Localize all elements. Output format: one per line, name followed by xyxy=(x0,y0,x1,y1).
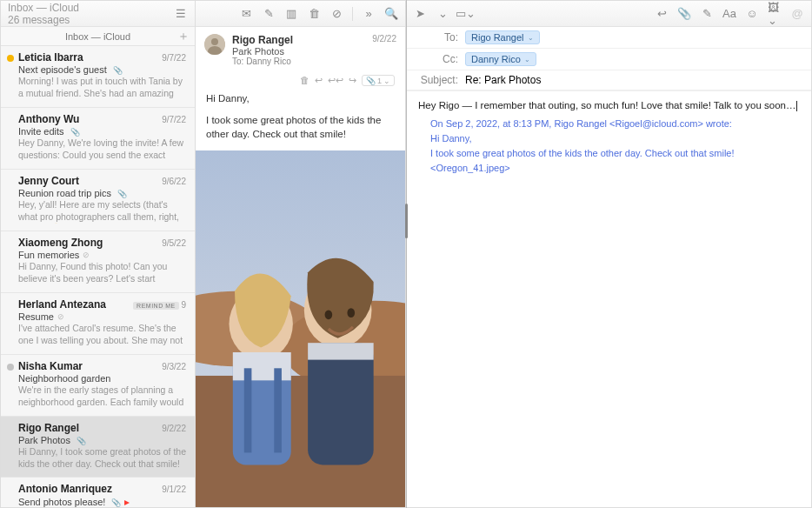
list-tab-label[interactable]: Inbox — iCloud xyxy=(65,31,130,42)
to-label: To: xyxy=(416,31,458,43)
font-icon[interactable]: Aa xyxy=(722,7,736,21)
archive-icon[interactable]: ▥ xyxy=(284,7,298,21)
viewer-greeting: Hi Danny, xyxy=(206,91,395,106)
paperclip-icon xyxy=(74,435,86,445)
to-field[interactable]: To: Rigo Rangel⌄ xyxy=(406,27,811,49)
filter-icon[interactable]: ☰ xyxy=(174,7,188,21)
more-icon[interactable]: » xyxy=(362,7,376,21)
new-message-icon[interactable]: ✎ xyxy=(262,7,276,21)
message-preview: I've attached Carol's resume. She's the … xyxy=(18,323,186,347)
compose-body[interactable]: Hey Rigo — I remember that outing, so mu… xyxy=(406,91,811,186)
format-icon[interactable]: ✎ xyxy=(700,7,714,21)
send-later-chevron-icon[interactable]: ⌄ xyxy=(436,7,449,21)
compose-header-fields: To: Rigo Rangel⌄ Cc: Danny Rico⌄ Subject… xyxy=(406,27,811,91)
star-indicator xyxy=(7,55,14,62)
remind-badge: REMIND ME xyxy=(133,302,179,310)
cc-token[interactable]: Danny Rico⌄ xyxy=(465,52,536,66)
message-preview: Morning! I was put in touch with Tania b… xyxy=(18,76,186,100)
message-subject: Invite edits xyxy=(18,126,186,137)
subject-field[interactable]: Subject: xyxy=(406,70,811,90)
thread-indicator xyxy=(7,364,14,371)
viewer-mini-actions: 🗑 ↩︎ ↩︎↩︎ ↪︎ 📎1⌄ xyxy=(196,73,405,88)
cc-field[interactable]: Cc: Danny Rico⌄ xyxy=(406,49,811,70)
paperclip-icon: 📎 xyxy=(366,77,376,85)
search-icon[interactable]: 🔍 xyxy=(384,7,398,21)
text-cursor xyxy=(796,101,797,111)
mini-forward-icon[interactable]: ↪︎ xyxy=(349,75,356,86)
svg-point-1 xyxy=(211,38,218,45)
message-from: Xiaomeng Zhong xyxy=(18,237,103,249)
message-subject: Park Photos xyxy=(18,435,186,445)
trash-icon[interactable]: 🗑 xyxy=(307,7,321,21)
viewer-from: Rigo Rangel xyxy=(232,34,365,46)
add-tab-button[interactable]: ＋ xyxy=(177,29,190,44)
compose-pane: ➤ ⌄ ▭⌄ ↩︎ 📎 ✎ Aa ☺ 🖼⌄ @ To: Rigo Rangel⌄… xyxy=(406,1,811,507)
mailbox-count: 26 messages xyxy=(8,14,79,26)
viewer-to: To: Danny Rico xyxy=(232,57,365,66)
mini-reply-all-icon[interactable]: ↩︎↩︎ xyxy=(328,75,343,86)
attach-icon[interactable]: 📎 xyxy=(677,7,691,21)
header-fields-icon[interactable]: ▭⌄ xyxy=(458,7,472,21)
message-row[interactable]: Jenny Court 9/6/22Reunion road trip pics… xyxy=(1,170,195,231)
photo-browser-icon[interactable]: 🖼⌄ xyxy=(768,7,782,21)
svg-rect-10 xyxy=(244,368,252,452)
message-preview: Hey Danny, We're loving the invite! A fe… xyxy=(18,137,186,162)
list-toolbar: Inbox — iCloud 26 messages ☰ xyxy=(1,1,195,27)
message-date: REMIND ME 9 xyxy=(133,300,186,310)
message-date: 9/1/22 xyxy=(162,485,186,494)
message-subject: Reunion road trip pics xyxy=(18,188,186,198)
message-subject: Send photos please! xyxy=(18,496,186,507)
message-row[interactable]: Leticia Ibarra 9/7/22Next episode's gues… xyxy=(1,46,195,108)
message-from: Herland Antezana xyxy=(18,298,106,311)
svg-point-13 xyxy=(325,310,333,319)
attachment-photo[interactable] xyxy=(196,150,405,507)
subject-input[interactable] xyxy=(465,74,801,86)
message-from: Nisha Kumar xyxy=(18,360,83,372)
message-viewer-pane: ✉︎ ✎ ▥ 🗑 ⊘ » 🔍 Rigo Rangel Park Photos T… xyxy=(196,1,406,507)
mute-icon: ⊘ xyxy=(57,312,64,321)
paperclip-icon xyxy=(115,188,127,198)
message-row[interactable]: Anthony Wu 9/7/22Invite editsHey Danny, … xyxy=(1,108,195,170)
viewer-date: 9/2/22 xyxy=(372,34,396,66)
message-date: 9/3/22 xyxy=(162,362,186,371)
quote-attachment-ref: <Oregon_41.jpeg> xyxy=(430,163,799,173)
compose-typed-text: Hey Rigo — I remember that outing, so mu… xyxy=(418,100,795,110)
message-row[interactable]: Xiaomeng Zhong 9/5/22Fun memories⊘Hi Dan… xyxy=(1,231,195,293)
svg-rect-9 xyxy=(233,352,291,380)
svg-rect-11 xyxy=(274,368,282,452)
mini-reply-icon[interactable]: ↩︎ xyxy=(315,75,323,86)
mini-trash-icon[interactable]: 🗑 xyxy=(300,75,309,86)
message-preview: Hi Danny, I took some great photos of th… xyxy=(18,446,186,470)
message-subject: Next episode's guest xyxy=(18,64,186,75)
list-tabbar: Inbox — iCloud ＋ xyxy=(1,27,195,46)
message-date: 9/7/22 xyxy=(162,115,186,124)
reply-icon[interactable]: ↩︎ xyxy=(655,7,669,21)
paperclip-icon xyxy=(109,497,121,507)
link-icon[interactable]: @ xyxy=(790,7,804,21)
message-from: Jenny Court xyxy=(18,175,79,187)
compose-icon[interactable]: ✉︎ xyxy=(239,7,253,21)
message-from: Anthony Wu xyxy=(18,113,79,125)
send-icon[interactable]: ➤ xyxy=(413,7,427,21)
attachment-pill[interactable]: 📎1⌄ xyxy=(362,75,395,86)
quoted-block: On Sep 2, 2022, at 8:13 PM, Rigo Rangel … xyxy=(418,118,799,173)
message-row[interactable]: Nisha Kumar 9/3/22Neighborhood gardenWe'… xyxy=(1,355,195,417)
message-preview: Hi Danny, Found this photo! Can you beli… xyxy=(18,261,186,285)
message-subject: Fun memories⊘ xyxy=(18,250,186,260)
message-date: 9/2/22 xyxy=(162,424,186,433)
svg-rect-6 xyxy=(196,376,405,507)
toolbar-separator xyxy=(352,7,353,21)
junk-icon[interactable]: ⊘ xyxy=(329,7,343,21)
avatar xyxy=(204,34,225,55)
message-date: 9/7/22 xyxy=(162,53,186,63)
message-row[interactable]: Rigo Rangel 9/2/22Park PhotosHi Danny, I… xyxy=(1,417,195,478)
to-token[interactable]: Rigo Rangel⌄ xyxy=(465,30,540,44)
emoji-icon[interactable]: ☺ xyxy=(745,7,759,21)
message-row[interactable]: Antonio Manriquez 9/1/22Send photos plea… xyxy=(1,478,195,507)
quote-line: I took some great photos of the kids the… xyxy=(430,148,799,158)
svg-rect-15 xyxy=(308,343,374,465)
flag-icon xyxy=(124,496,130,507)
viewer-toolbar: ✉︎ ✎ ▥ 🗑 ⊘ » 🔍 xyxy=(196,1,405,27)
message-row[interactable]: Herland AntezanaREMIND ME 9Resume⊘I've a… xyxy=(1,293,195,355)
message-from: Leticia Ibarra xyxy=(18,51,83,64)
